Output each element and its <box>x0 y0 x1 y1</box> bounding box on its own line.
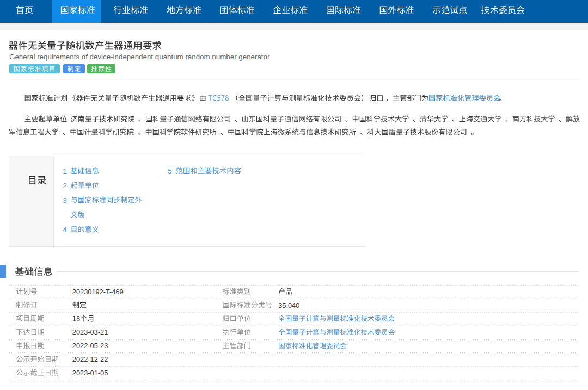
svg-text:5: 5 <box>168 167 171 175</box>
svg-text:1: 1 <box>63 167 66 175</box>
svg-text:2023-01-05: 2023-01-05 <box>72 369 108 377</box>
svg-text:20230192-T-469: 20230192-T-469 <box>72 288 124 296</box>
svg-text:2022-05-23: 2022-05-23 <box>72 342 108 350</box>
svg-text:3: 3 <box>63 196 66 205</box>
svg-text:2023-03-21: 2023-03-21 <box>72 328 108 336</box>
svg-text:2022-12-22: 2022-12-22 <box>72 355 108 363</box>
svg-text:General requirements of device: General requirements of device-independe… <box>9 53 270 61</box>
svg-text:4: 4 <box>63 226 66 234</box>
svg-text:35.040: 35.040 <box>278 301 299 309</box>
svg-text:2: 2 <box>63 182 66 190</box>
